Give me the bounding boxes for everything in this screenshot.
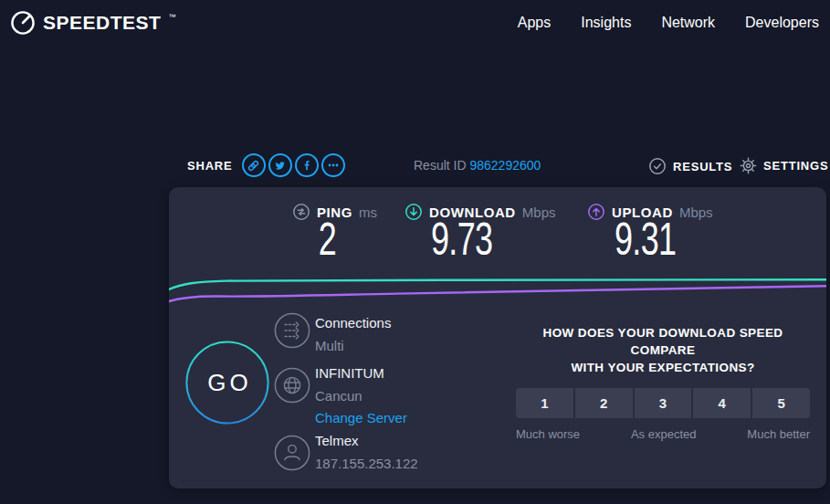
survey-scale-mid: As expected (631, 427, 697, 441)
result-id: Result ID 9862292600 (414, 158, 541, 173)
speed-survey: HOW DOES YOUR DOWNLOAD SPEED COMPARE WIT… (516, 324, 810, 441)
share-facebook-button[interactable] (295, 153, 319, 177)
upload-value: 9.31 (600, 213, 691, 266)
download-value: 9.73 (416, 213, 508, 266)
header: SPEEDTEST ™ Apps Insights Network Develo… (0, 0, 830, 46)
nav-item-developers[interactable]: Developers (745, 15, 819, 31)
server-info: INFINITUM Cancun Change Server (315, 365, 407, 426)
share-label: SHARE (187, 159, 233, 173)
gear-icon (740, 157, 757, 174)
twitter-icon (274, 160, 286, 172)
survey-scale-low: Much worse (516, 427, 580, 441)
isp-info: Telmex 187.155.253.122 (315, 433, 418, 472)
connections-info: Connections Multi (315, 315, 391, 354)
survey-rating-5[interactable]: 5 (752, 388, 810, 418)
survey-rating-1[interactable]: 1 (516, 388, 573, 418)
share-group: SHARE (187, 153, 345, 177)
logo-text: SPEEDTEST (43, 12, 161, 34)
go-button[interactable]: GO (185, 341, 269, 425)
go-button-label: GO (185, 341, 269, 425)
survey-rating-buttons: 1 2 3 4 5 (516, 388, 810, 418)
settings-label: SETTINGS (763, 159, 828, 173)
results-panel: PING ms 2 DOWNLOAD Mbps 9.73 (169, 187, 826, 488)
share-twitter-button[interactable] (268, 153, 292, 177)
survey-question: HOW DOES YOUR DOWNLOAD SPEED COMPARE WIT… (516, 324, 810, 376)
results-label: RESULTS (673, 160, 732, 173)
facebook-icon (300, 159, 313, 172)
toolbar: SHARE (0, 153, 830, 183)
ellipsis-icon (327, 159, 340, 172)
speedtest-logo[interactable]: SPEEDTEST ™ (9, 9, 174, 37)
link-icon (247, 159, 260, 173)
ping-value: 2 (290, 213, 363, 266)
change-server-link[interactable]: Change Server (315, 410, 407, 426)
result-id-link[interactable]: 9862292600 (469, 158, 541, 173)
nav-item-apps[interactable]: Apps (518, 15, 551, 31)
nav-item-network[interactable]: Network (661, 15, 715, 31)
settings-button[interactable]: SETTINGS (740, 157, 828, 174)
isp-name: Telmex (315, 433, 418, 449)
upload-series-line (169, 286, 826, 301)
speed-graph (169, 272, 826, 314)
connections-title: Connections (315, 315, 391, 331)
results-button[interactable]: RESULTS (648, 157, 732, 175)
result-id-label: Result ID (414, 158, 469, 173)
server-name: INFINITUM (315, 365, 407, 382)
survey-rating-3[interactable]: 3 (635, 388, 692, 418)
connections-icon (274, 312, 310, 349)
survey-rating-4[interactable]: 4 (693, 388, 751, 418)
survey-scale-labels: Much worse As expected Much better (516, 427, 810, 441)
connections-subtitle: Multi (315, 338, 391, 354)
nav-item-insights[interactable]: Insights (581, 15, 631, 31)
share-icons (242, 153, 345, 177)
globe-icon (274, 367, 310, 404)
survey-question-line1: HOW DOES YOUR DOWNLOAD SPEED COMPARE (516, 324, 810, 359)
logo-trademark: ™ (168, 13, 175, 21)
gauge-logo-icon (9, 9, 37, 37)
share-more-button[interactable] (321, 153, 345, 177)
main-nav: Apps Insights Network Developers (518, 15, 821, 31)
isp-ip-address: 187.155.253.122 (315, 456, 418, 472)
survey-rating-2[interactable]: 2 (575, 388, 633, 418)
speedtest-page: SPEEDTEST ™ Apps Insights Network Develo… (0, 0, 830, 504)
survey-scale-high: Much better (747, 427, 810, 441)
person-icon (274, 435, 310, 471)
check-circle-icon (648, 157, 667, 175)
survey-question-line2: WITH YOUR EXPECTATIONS? (516, 359, 810, 376)
server-location: Cancun (315, 388, 407, 404)
download-unit: Mbps (522, 205, 556, 220)
share-link-button[interactable] (242, 153, 266, 177)
